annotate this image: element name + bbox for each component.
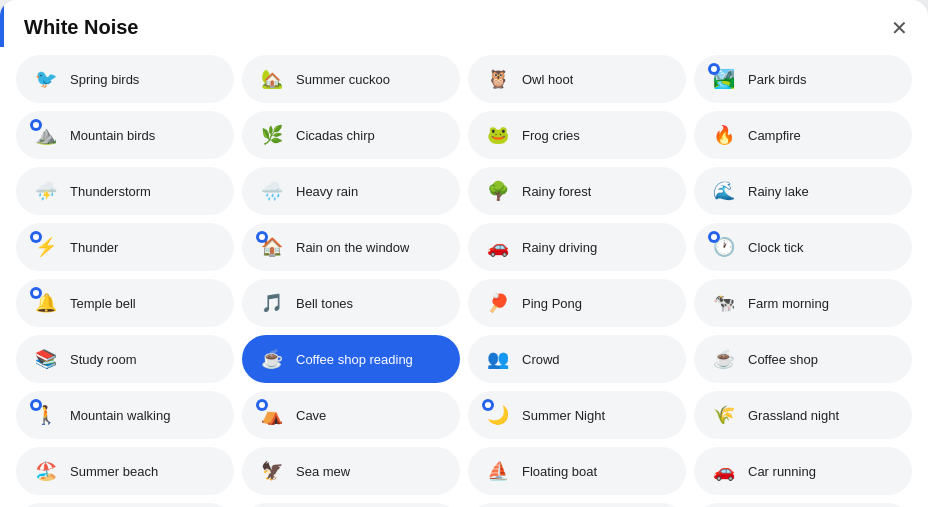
sound-label-park-birds: Park birds <box>748 72 807 87</box>
white-noise-window: White Noise ✕ 🐦Spring birds🏡Summer cucko… <box>0 0 928 507</box>
sound-item-campfire[interactable]: 🔥Campfire <box>694 111 912 159</box>
sound-icon-thunderstorm: ⛈️ <box>32 177 60 205</box>
sound-item-mountain-birds[interactable]: ⛰️Mountain birds <box>16 111 234 159</box>
sound-item-car-running[interactable]: 🚗Car running <box>694 447 912 495</box>
sound-label-study-room: Study room <box>70 352 136 367</box>
sound-item-frog-cries[interactable]: 🐸Frog cries <box>468 111 686 159</box>
sound-item-summer-cuckoo[interactable]: 🏡Summer cuckoo <box>242 55 460 103</box>
sound-label-thunderstorm: Thunderstorm <box>70 184 151 199</box>
sound-item-rain-on-window[interactable]: 🏠Rain on the window <box>242 223 460 271</box>
sound-icon-summer-beach: 🏖️ <box>32 457 60 485</box>
sound-item-owl-hoot[interactable]: 🦉Owl hoot <box>468 55 686 103</box>
sound-item-summer-beach[interactable]: 🏖️Summer beach <box>16 447 234 495</box>
sound-icon-summer-night: 🌙 <box>484 401 512 429</box>
sound-item-park-birds[interactable]: 🏞️Park birds <box>694 55 912 103</box>
sound-icon-park-birds: 🏞️ <box>710 65 738 93</box>
sound-item-spring-birds[interactable]: 🐦Spring birds <box>16 55 234 103</box>
window-header: White Noise ✕ <box>0 0 928 47</box>
sound-label-crowd: Crowd <box>522 352 560 367</box>
sound-icon-farm-morning: 🐄 <box>710 289 738 317</box>
sound-item-bell-tones[interactable]: 🎵Bell tones <box>242 279 460 327</box>
sound-label-temple-bell: Temple bell <box>70 296 136 311</box>
sound-icon-mountain-birds: ⛰️ <box>32 121 60 149</box>
sound-icon-floating-boat: ⛵ <box>484 457 512 485</box>
sound-grid: 🐦Spring birds🏡Summer cuckoo🦉Owl hoot🏞️Pa… <box>0 47 928 507</box>
sound-item-farm-morning[interactable]: 🐄Farm morning <box>694 279 912 327</box>
sound-item-mountain-walking[interactable]: 🚶Mountain walking <box>16 391 234 439</box>
sound-icon-frog-cries: 🐸 <box>484 121 512 149</box>
sound-item-sea-mew[interactable]: 🦅Sea mew <box>242 447 460 495</box>
sound-label-grassland-night: Grassland night <box>748 408 839 423</box>
sound-icon-rainy-forest: 🌳 <box>484 177 512 205</box>
sound-label-heavy-rain: Heavy rain <box>296 184 358 199</box>
sound-item-crowd[interactable]: 👥Crowd <box>468 335 686 383</box>
sound-label-floating-boat: Floating boat <box>522 464 597 479</box>
sound-label-coffee-shop-reading: Coffee shop reading <box>296 352 413 367</box>
sound-label-rain-on-window: Rain on the window <box>296 240 409 255</box>
sound-icon-rain-on-window: 🏠 <box>258 233 286 261</box>
close-button[interactable]: ✕ <box>891 18 908 38</box>
sound-item-coffee-shop-reading[interactable]: ☕Coffee shop reading <box>242 335 460 383</box>
sound-label-farm-morning: Farm morning <box>748 296 829 311</box>
sound-icon-campfire: 🔥 <box>710 121 738 149</box>
sound-item-study-room[interactable]: 📚Study room <box>16 335 234 383</box>
sound-icon-heavy-rain: 🌧️ <box>258 177 286 205</box>
sound-item-temple-bell[interactable]: 🔔Temple bell <box>16 279 234 327</box>
sound-label-rainy-forest: Rainy forest <box>522 184 591 199</box>
sound-icon-thunder: ⚡ <box>32 233 60 261</box>
sound-item-the-river[interactable]: 💧The river <box>694 503 912 507</box>
sound-icon-mountain-walking: 🚶 <box>32 401 60 429</box>
sound-label-campfire: Campfire <box>748 128 801 143</box>
sound-item-grassland-night[interactable]: 🌾Grassland night <box>694 391 912 439</box>
sound-label-rainy-lake: Rainy lake <box>748 184 809 199</box>
sound-label-car-running: Car running <box>748 464 816 479</box>
sound-item-the-road[interactable]: 🛣️The road <box>16 503 234 507</box>
sound-icon-temple-bell: 🔔 <box>32 289 60 317</box>
sound-icon-rainy-lake: 🌊 <box>710 177 738 205</box>
sound-icon-spring-birds: 🐦 <box>32 65 60 93</box>
sound-item-thunder[interactable]: ⚡Thunder <box>16 223 234 271</box>
sound-label-sea-mew: Sea mew <box>296 464 350 479</box>
sound-icon-study-room: 📚 <box>32 345 60 373</box>
sound-item-floating-boat[interactable]: ⛵Floating boat <box>468 447 686 495</box>
sound-icon-summer-cuckoo: 🏡 <box>258 65 286 93</box>
sound-icon-grassland-night: 🌾 <box>710 401 738 429</box>
sound-icon-cave: ⛺ <box>258 401 286 429</box>
sound-item-thunderstorm[interactable]: ⛈️Thunderstorm <box>16 167 234 215</box>
sound-label-coffee-shop: Coffee shop <box>748 352 818 367</box>
sound-icon-rainy-driving: 🚗 <box>484 233 512 261</box>
sound-icon-ping-pong: 🏓 <box>484 289 512 317</box>
sound-label-mountain-birds: Mountain birds <box>70 128 155 143</box>
sound-label-spring-birds: Spring birds <box>70 72 139 87</box>
sound-icon-cicadas-chirp: 🌿 <box>258 121 286 149</box>
sound-item-cave[interactable]: ⛺Cave <box>242 391 460 439</box>
sound-icon-clock-tick: 🕐 <box>710 233 738 261</box>
sound-label-cicadas-chirp: Cicadas chirp <box>296 128 375 143</box>
sound-label-summer-night: Summer Night <box>522 408 605 423</box>
sound-icon-car-running: 🚗 <box>710 457 738 485</box>
sound-item-clock-tick[interactable]: 🕐Clock tick <box>694 223 912 271</box>
sound-icon-bell-tones: 🎵 <box>258 289 286 317</box>
sound-item-ping-pong[interactable]: 🏓Ping Pong <box>468 279 686 327</box>
sound-icon-coffee-shop-reading: ☕ <box>258 345 286 373</box>
sound-icon-coffee-shop: ☕ <box>710 345 738 373</box>
sound-item-rainy-driving[interactable]: 🚗Rainy driving <box>468 223 686 271</box>
sound-item-rainy-lake[interactable]: 🌊Rainy lake <box>694 167 912 215</box>
sound-label-summer-beach: Summer beach <box>70 464 158 479</box>
sound-label-rainy-driving: Rainy driving <box>522 240 597 255</box>
sound-label-cave: Cave <box>296 408 326 423</box>
sound-label-thunder: Thunder <box>70 240 118 255</box>
sound-item-rainy-forest[interactable]: 🌳Rainy forest <box>468 167 686 215</box>
sound-item-coffee-shop[interactable]: ☕Coffee shop <box>694 335 912 383</box>
sound-item-heavy-rain[interactable]: 🌧️Heavy rain <box>242 167 460 215</box>
sound-label-mountain-walking: Mountain walking <box>70 408 170 423</box>
sound-icon-sea-mew: 🦅 <box>258 457 286 485</box>
sound-icon-owl-hoot: 🦉 <box>484 65 512 93</box>
sound-item-summer-night[interactable]: 🌙Summer Night <box>468 391 686 439</box>
sound-label-clock-tick: Clock tick <box>748 240 804 255</box>
sound-label-bell-tones: Bell tones <box>296 296 353 311</box>
sound-item-cicadas-chirp[interactable]: 🌿Cicadas chirp <box>242 111 460 159</box>
window-title: White Noise <box>24 16 138 39</box>
sound-icon-crowd: 👥 <box>484 345 512 373</box>
sound-label-owl-hoot: Owl hoot <box>522 72 573 87</box>
